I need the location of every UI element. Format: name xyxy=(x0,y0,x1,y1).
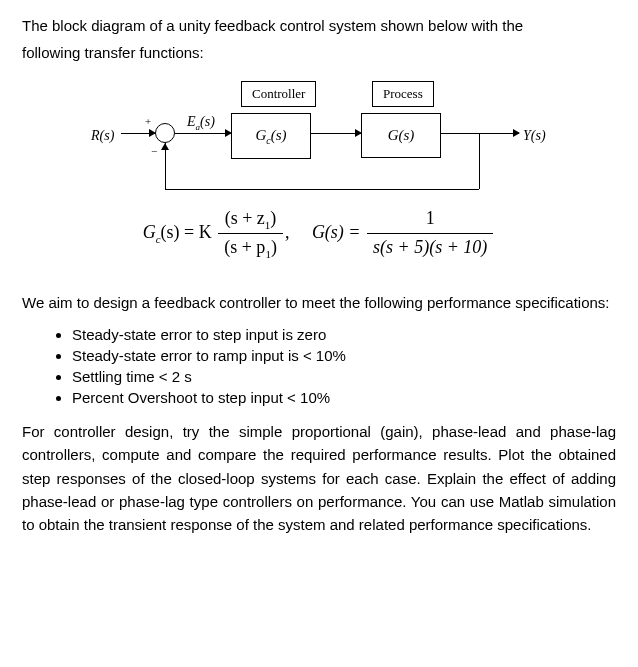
arrow-out-y xyxy=(513,129,520,137)
spec-item-1: Steady-state error to step input is zero xyxy=(72,324,616,345)
signal-E: Ea(s) xyxy=(187,111,215,135)
spec-item-2: Steady-state error to ramp input is < 10… xyxy=(72,345,616,366)
arrow-into-sum xyxy=(149,129,156,137)
process-block: G(s) xyxy=(361,113,441,158)
signal-Y: Y(s) xyxy=(523,125,546,147)
feedback-horiz xyxy=(165,189,479,190)
feedback-down xyxy=(479,133,480,189)
summer-plus: + xyxy=(145,113,151,130)
aim-paragraph: We aim to design a feedback controller t… xyxy=(22,291,616,314)
spec-list: Steady-state error to step input is zero… xyxy=(22,324,616,408)
controller-block: Gc(s) xyxy=(231,113,311,160)
spec-item-4: Percent Overshoot to step input < 10% xyxy=(72,387,616,408)
line-g-to-y xyxy=(441,133,519,134)
arrow-feedback-up xyxy=(161,143,169,150)
closing-paragraph: For controller design, try the simple pr… xyxy=(22,420,616,536)
process-label: Process xyxy=(372,81,434,107)
transfer-function-equations: Gc(s) = K (s + z1) (s + p1) , G(s) = 1 s… xyxy=(22,205,616,263)
line-gc-to-g xyxy=(311,133,361,134)
intro-text: The block diagram of a unity feedback co… xyxy=(22,14,616,65)
line-sum-to-gc xyxy=(175,133,231,134)
summer-minus: − xyxy=(151,143,157,160)
spec-item-3: Settling time < 2 s xyxy=(72,366,616,387)
block-diagram: Controller Process R(s) Ea(s) Y(s) + − G… xyxy=(79,81,559,181)
arrow-into-gc xyxy=(225,129,232,137)
signal-R: R(s) xyxy=(91,125,114,147)
summing-junction xyxy=(155,123,175,143)
intro-line-2: following transfer functions: xyxy=(22,41,616,64)
arrow-into-g xyxy=(355,129,362,137)
intro-line-1: The block diagram of a unity feedback co… xyxy=(22,14,616,37)
controller-label: Controller xyxy=(241,81,316,107)
